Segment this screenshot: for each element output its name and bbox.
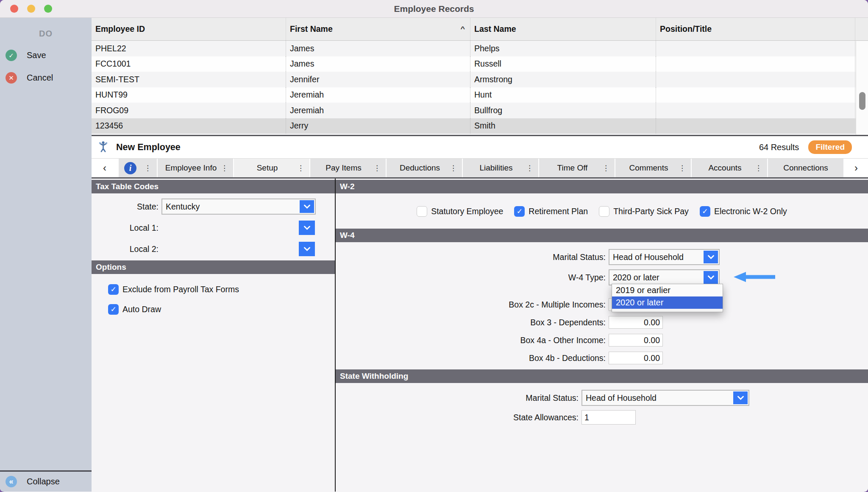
numeric-field-box-3-dependents[interactable]: 0.00 — [609, 316, 663, 329]
tab-menu-dots-icon[interactable]: ⋮ — [144, 164, 151, 173]
save-button[interactable]: ✓ Save — [0, 50, 92, 61]
w2-header: W-2 — [336, 180, 868, 193]
cancel-button[interactable]: ✕ Cancel — [0, 72, 92, 84]
record-title: New Employee — [116, 142, 181, 153]
tab-menu-dots-icon[interactable]: ⋮ — [450, 164, 457, 173]
tab-label: Deductions — [392, 163, 448, 173]
new-employee-person-icon — [97, 141, 109, 154]
tab-menu-dots-icon[interactable]: ⋮ — [297, 164, 304, 173]
column-header-employee-id[interactable]: Employee ID — [92, 18, 286, 40]
cell-employee-id: FROG09 — [92, 103, 286, 118]
tab-label: Setup — [239, 163, 295, 173]
employee-records-window: Employee Records DO ✓ Save ✕ Cancel « Co… — [0, 0, 868, 492]
tabs-scroll-left-button[interactable]: ‹ — [92, 159, 118, 177]
employee-records-table: Employee IDFirst Name^Last NamePosition/… — [92, 18, 868, 135]
tab-menu-dots-icon[interactable]: ⋮ — [602, 164, 609, 173]
checked-checkbox-icon[interactable]: ✓ — [700, 206, 710, 217]
cell-position — [656, 87, 855, 103]
table-row[interactable]: PHEL22JamesPhelps — [92, 41, 868, 56]
table-row[interactable]: FROG09JeremiahBullfrog — [92, 103, 868, 118]
checked-checkbox-icon[interactable]: ✓ — [514, 206, 525, 217]
local2-combobox[interactable] — [161, 241, 316, 257]
chevron-down-icon[interactable] — [704, 271, 718, 284]
table-row[interactable]: 123456JerrySmith — [92, 118, 868, 134]
table-scrollbar[interactable] — [856, 41, 868, 135]
chevron-down-icon[interactable] — [300, 200, 314, 213]
checkbox-exclude-from-payroll-tax-forms[interactable]: ✓Exclude from Payroll Tax Forms — [108, 284, 335, 295]
dropdown-option-2019-or-earlier[interactable]: 2019 or earlier — [612, 284, 723, 296]
column-header-last-name[interactable]: Last Name — [470, 18, 656, 40]
table-empty-strip — [92, 134, 868, 135]
tab-menu-dots-icon[interactable]: ⋮ — [373, 164, 381, 173]
info-icon: i — [124, 162, 136, 174]
tab-employee-info[interactable]: Employee Info⋮ — [158, 159, 233, 177]
filtered-badge[interactable]: Filtered — [808, 140, 852, 154]
column-header-position-title[interactable]: Position/Title — [656, 18, 855, 40]
tab-accounts[interactable]: Accounts⋮ — [692, 159, 767, 177]
state-value: Kentucky — [162, 202, 299, 212]
local2-label: Local 2: — [92, 244, 161, 254]
cell-last-name: Armstrong — [470, 72, 656, 87]
record-header-bar: New Employee 64 Results Filtered — [92, 136, 868, 159]
checkbox-statutory-employee[interactable]: Statutory Employee — [417, 206, 503, 217]
chevron-down-icon[interactable] — [733, 391, 748, 404]
unchecked-checkbox-icon[interactable] — [599, 206, 609, 217]
state-combobox[interactable]: Kentucky — [161, 198, 316, 215]
tab-deductions[interactable]: Deductions⋮ — [387, 159, 462, 177]
action-sidebar: DO ✓ Save ✕ Cancel « Collapse — [0, 18, 92, 492]
local1-combobox[interactable] — [161, 220, 316, 236]
checkbox-electronic-w-2-only[interactable]: ✓Electronic W-2 Only — [700, 206, 787, 217]
table-row[interactable]: SEMI-TESTJenniferArmstrong — [92, 72, 868, 87]
tab-menu-dots-icon[interactable]: ⋮ — [679, 164, 686, 173]
cell-last-name: Smith — [470, 118, 656, 134]
tab-menu-dots-icon[interactable]: ⋮ — [526, 164, 533, 173]
tab-comments[interactable]: Comments⋮ — [615, 159, 691, 177]
tab-menu-dots-icon[interactable]: ⋮ — [755, 164, 762, 173]
unchecked-checkbox-icon[interactable] — [417, 206, 427, 217]
checked-checkbox-icon[interactable]: ✓ — [108, 304, 119, 315]
checked-checkbox-icon[interactable]: ✓ — [108, 284, 119, 295]
cell-last-name: Bullfrog — [470, 103, 656, 118]
tab-menu-dots-icon[interactable]: ⋮ — [221, 164, 228, 173]
chevron-down-icon[interactable] — [704, 251, 718, 263]
scrollbar-thumb[interactable] — [859, 92, 865, 110]
tab-pay-items[interactable]: Pay Items⋮ — [310, 159, 386, 177]
state-allowances-input[interactable]: 1 — [581, 410, 636, 425]
numeric-field-box-4b-deductions[interactable]: 0.00 — [609, 352, 663, 364]
checkbox-retirement-plan[interactable]: ✓Retirement Plan — [514, 206, 588, 217]
options-checkbox-group: ✓Exclude from Payroll Tax Forms✓Auto Dra… — [92, 284, 335, 315]
collapse-button-label: Collapse — [27, 477, 60, 486]
numeric-field-box-4a-other-income[interactable]: 0.00 — [609, 334, 663, 347]
w4-type-combobox[interactable]: 2020 or later — [609, 269, 720, 285]
column-header-first-name[interactable]: First Name^ — [286, 18, 470, 40]
table-row[interactable]: HUNT99JeremiahHunt — [92, 87, 868, 103]
state-allowances-value: 1 — [584, 413, 589, 422]
chevron-down-icon[interactable] — [299, 242, 315, 256]
tab-time-off[interactable]: Time Off⋮ — [539, 159, 615, 177]
tab-setup[interactable]: Setup⋮ — [234, 159, 309, 177]
w4-marital-status-value: Head of Household — [609, 252, 703, 262]
tab-liabilities[interactable]: Liabilities⋮ — [463, 159, 538, 177]
tabs-scroll-right-button[interactable]: › — [844, 159, 868, 177]
cell-position — [656, 103, 855, 118]
state-allowances-label: State Allowances: — [336, 413, 581, 422]
sw-marital-status-combobox[interactable]: Head of Household — [581, 390, 749, 406]
column-header-label: Employee ID — [95, 24, 145, 34]
cell-employee-id: FCC1001 — [92, 56, 286, 72]
w4-marital-status-combobox[interactable]: Head of Household — [609, 249, 720, 265]
tab-label: Accounts — [697, 163, 753, 173]
tab-label: Liabilities — [468, 163, 524, 173]
tab-info[interactable]: i⋮ — [119, 159, 157, 177]
checkbox-auto-draw[interactable]: ✓Auto Draw — [108, 304, 335, 315]
collapse-button[interactable]: « Collapse — [0, 470, 92, 492]
table-row[interactable]: FCC1001JamesRussell — [92, 56, 868, 72]
w4-marital-status-label: Marital Status: — [336, 252, 609, 262]
dropdown-option-2020-or-later[interactable]: 2020 or later — [612, 296, 723, 309]
tab-connections[interactable]: Connections — [768, 159, 843, 177]
chevron-right-icon: › — [854, 162, 858, 174]
checkbox-third-party-sick-pay[interactable]: Third-Party Sick Pay — [599, 206, 689, 217]
checkbox-label: Auto Draw — [122, 305, 161, 314]
withholding-panel: W-2 Statutory Employee✓Retirement PlanTh… — [336, 179, 868, 492]
tab-label: Connections — [773, 163, 838, 173]
chevron-down-icon[interactable] — [299, 221, 315, 235]
